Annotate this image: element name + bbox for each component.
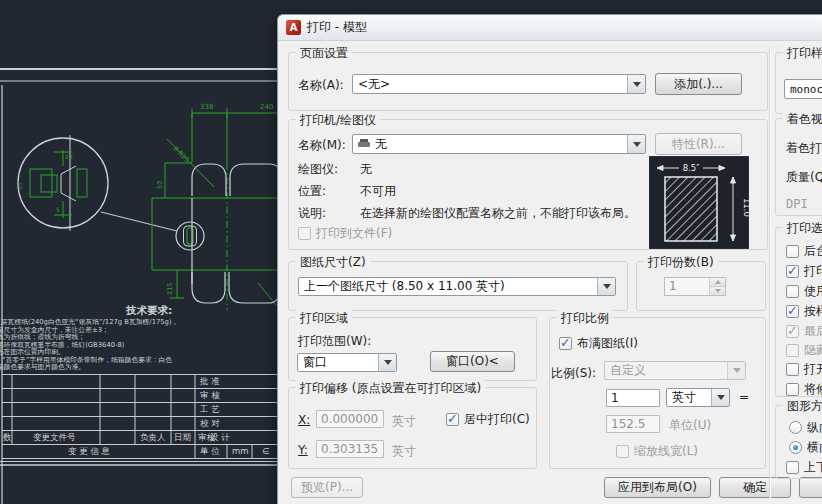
group-copies-label: 打印份数(B) <box>644 254 718 271</box>
landscape-row[interactable]: 横向 <box>789 439 822 456</box>
group-paper-size-label: 图纸尺寸(Z) <box>296 254 370 271</box>
window-button[interactable]: 窗口(O)< <box>430 351 515 372</box>
printer-icon <box>358 139 371 150</box>
option-paperspace-last[interactable]: 最后 <box>786 323 822 340</box>
scale-unit-combo[interactable]: 英寸 <box>666 388 730 407</box>
properties-button[interactable]: 特性(R)... <box>655 133 742 155</box>
svg-text:批 准: 批 准 <box>199 376 220 386</box>
scale-lineweight-row[interactable]: 缩放线宽(L) <box>616 443 698 460</box>
autocad-icon <box>286 20 301 35</box>
group-plot-options-label: 打印选项 <box>783 220 822 237</box>
scale-combo[interactable]: 自定义 <box>604 361 746 380</box>
svg-text:单 位: 单 位 <box>200 446 220 456</box>
group-printer-label: 打印机/绘图仪 <box>296 112 380 129</box>
dim-label: 5 <box>56 206 60 213</box>
chevron-down-icon[interactable] <box>627 75 645 93</box>
scale-den-unit: 单位(U) <box>669 417 711 434</box>
svg-text:负责人: 负责人 <box>140 432 166 442</box>
background-plot-checkbox[interactable] <box>786 245 799 258</box>
offset-x-label: X: <box>298 413 310 427</box>
portrait-row[interactable]: 纵向 <box>789 419 822 436</box>
copies-value: 1 <box>665 278 709 295</box>
center-plot-row[interactable]: 居中打印(C) <box>446 411 530 428</box>
portrait-radio[interactable] <box>789 421 802 434</box>
dim-label: 338 <box>200 103 213 111</box>
svg-text:日期: 日期 <box>174 432 191 442</box>
paperspace-last-checkbox[interactable] <box>786 325 799 338</box>
printer-name-combo[interactable]: 无 <box>352 134 646 154</box>
plot-stamp-checkbox[interactable] <box>786 363 799 376</box>
option-plot-with-styles[interactable]: 按样 <box>786 303 822 320</box>
plot-to-file-label: 打印到文件(F) <box>316 225 392 242</box>
preview-button[interactable]: 预览(P)... <box>291 477 363 498</box>
offset-x-field[interactable]: 0.000000 <box>316 410 384 428</box>
offset-y-label: Y: <box>298 443 308 457</box>
cad-canvas: 20 5 35 <box>0 0 290 504</box>
plot-transparency-checkbox[interactable] <box>786 285 799 298</box>
quality-label: 质量(Q <box>786 169 822 186</box>
dim-label: 35 <box>16 182 23 190</box>
preview-height-label: 11.0″ <box>742 198 749 220</box>
description-label: 说明: <box>298 205 326 222</box>
option-plot-lineweights[interactable]: 打印 <box>786 263 822 280</box>
fit-paper-checkbox[interactable] <box>559 337 572 350</box>
chevron-down-icon[interactable] <box>711 389 729 406</box>
dialog-titlebar[interactable]: 打印 - 模型 <box>278 15 822 41</box>
scale-numerator-field[interactable]: 1 <box>606 389 660 407</box>
panel-divider <box>769 47 771 499</box>
paper-size-value: 上一个图纸尺寸 (8.50 x 11.00 英寸) <box>304 278 505 295</box>
plot-range-value: 窗口 <box>303 354 327 371</box>
plot-to-file-row[interactable]: 打印到文件(F) <box>298 225 392 242</box>
spinner-buttons[interactable] <box>709 278 725 295</box>
plot-lineweights-checkbox[interactable] <box>786 265 799 278</box>
svg-text:纸箱颜色要求与图片颜色为准。: 纸箱颜色要求与图片颜色为准。 <box>0 363 85 371</box>
fit-paper-row[interactable]: 布满图纸(I) <box>559 335 638 352</box>
center-plot-label: 居中打印(C) <box>464 411 530 428</box>
chevron-down-icon[interactable] <box>378 354 396 371</box>
center-plot-checkbox[interactable] <box>446 413 459 426</box>
plot-to-file-checkbox[interactable] <box>298 227 311 240</box>
offset-y-field[interactable]: 0.303135 <box>316 440 384 458</box>
plotter-label: 绘图仪: <box>298 161 338 178</box>
svg-text:∈: ∈ <box>262 446 269 456</box>
chevron-down-icon[interactable] <box>597 278 615 295</box>
plot-style-combo[interactable]: monoch <box>784 79 822 99</box>
paper-size-combo[interactable]: 上一个图纸尺寸 (8.50 x 11.00 英寸) <box>298 277 616 296</box>
svg-text:数: 数 <box>3 432 12 442</box>
cancel-button[interactable]: 取消 <box>799 477 822 498</box>
option-save-changes[interactable]: 将修 <box>786 381 822 398</box>
option-plot-stamp[interactable]: 打开 <box>786 361 822 378</box>
upside-down-checkbox[interactable] <box>786 461 799 474</box>
chevron-down-icon <box>727 362 745 379</box>
dialog-title: 打印 - 模型 <box>307 19 367 36</box>
printer-name-value: 无 <box>375 136 387 153</box>
plot-range-combo[interactable]: 窗口 <box>297 353 397 372</box>
shade-plot-label: 着色打 <box>786 140 822 157</box>
copies-spinner[interactable]: 1 <box>664 277 726 296</box>
svg-text:变 更 信 息: 变 更 信 息 <box>68 446 111 456</box>
plot-dialog: 打印 - 模型 页面设置 名称(A): <无> 添加(.)... 打印机/绘图仪… <box>277 14 822 504</box>
upside-down-row[interactable]: 上下 <box>786 459 822 476</box>
landscape-radio[interactable] <box>789 441 802 454</box>
page-setup-name-combo[interactable]: <无> <box>352 74 646 94</box>
plot-with-styles-checkbox[interactable] <box>786 305 799 318</box>
description-value: 在选择新的绘图仪配置名称之前，不能打印该布局。 <box>360 205 636 222</box>
option-hide-paperspace[interactable]: 隐藏 <box>786 342 822 359</box>
dim-label: 20 <box>65 153 73 160</box>
group-plot-area-label: 打印区域 <box>296 310 352 327</box>
detail-circle: 20 5 35 <box>16 135 177 231</box>
add-page-setup-button[interactable]: 添加(.)... <box>655 73 742 95</box>
save-changes-checkbox[interactable] <box>786 383 799 396</box>
dim-label: 50 <box>156 181 164 189</box>
ok-button[interactable]: 确定 <box>719 477 791 498</box>
chevron-down-icon[interactable] <box>627 135 645 153</box>
apply-to-layout-button[interactable]: 应用到布局(O) <box>604 477 711 498</box>
spinner-down-icon[interactable] <box>710 286 725 295</box>
scale-lineweight-checkbox[interactable] <box>616 445 629 458</box>
option-background-plot[interactable]: 后台 <box>786 243 822 260</box>
option-plot-transparency[interactable]: 使用 <box>786 283 822 300</box>
svg-text:校 对: 校 对 <box>200 418 220 428</box>
hide-paperspace-checkbox[interactable] <box>786 344 799 357</box>
scale-denominator-field[interactable]: 152.5 <box>606 415 660 433</box>
spinner-up-icon[interactable] <box>710 278 725 286</box>
